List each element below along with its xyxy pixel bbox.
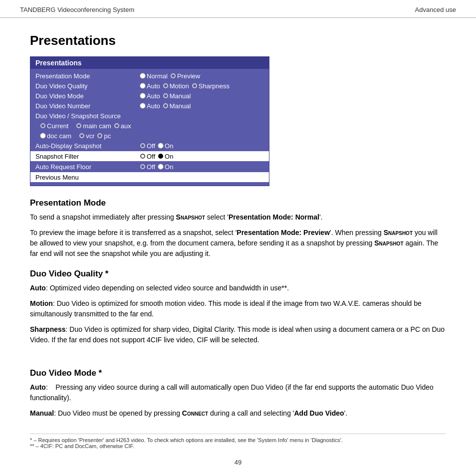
radio-dot-doc-cam (40, 133, 45, 138)
page-title: Presentations (30, 33, 446, 48)
menu-box: Presentations Presentation Mode Normal P… (30, 56, 269, 186)
menu-label-duo-mode: Duo Video Mode (35, 92, 140, 100)
menu-row-duo-mode[interactable]: Duo Video Mode Auto Manual (35, 91, 264, 101)
radio-label-motion: Motion (170, 82, 189, 90)
radio-label-on-auto-display: On (165, 142, 173, 150)
radio-motion[interactable]: Motion (163, 82, 189, 90)
radio-auto-number[interactable]: Auto (140, 102, 160, 110)
menu-row-auto-request-floor[interactable]: Auto Request Floor Off On (35, 162, 264, 172)
page-content: Presentations Presentations Presentation… (0, 18, 476, 464)
footnote-1: * – Requires option 'Presenter' and H263… (30, 437, 446, 443)
menu-label-auto-display: Auto-Display Snapshot (35, 142, 140, 150)
radio-label-vcr: vcr (86, 132, 94, 140)
radio-label-on-snapshot-filter: On (165, 153, 173, 160)
section-body-duo-quality-motion: Motion: Duo Video is optimized for smoot… (30, 298, 446, 319)
radio-dot-on-auto-display (158, 143, 163, 148)
radio-sharpness[interactable]: Sharpness (192, 82, 230, 90)
radio-label-off-auto-display: Off (147, 142, 155, 150)
radio-dot-preview (171, 73, 176, 78)
radio-dot-off-snapshot-filter (140, 154, 145, 159)
radio-pc[interactable]: pc (97, 132, 111, 140)
radio-dot-sharpness (192, 83, 197, 88)
radio-dot-on-request-floor (158, 164, 163, 169)
menu-row-presentation-mode[interactable]: Presentation Mode Normal Preview (35, 71, 264, 81)
radio-on-request-floor[interactable]: On (158, 163, 173, 171)
page-number: 49 (235, 459, 241, 466)
radio-aux[interactable]: aux (114, 122, 131, 130)
menu-row-snapshot-source-1[interactable]: Current main cam aux (35, 121, 264, 131)
radio-label-off-snapshot-filter: Off (147, 153, 155, 160)
radio-label-off-request-floor: Off (147, 163, 155, 171)
section-body-presentation-mode-1: To send a snapshot immediately after pre… (30, 212, 446, 223)
section-heading-presentation-mode: Presentation Mode (30, 198, 446, 208)
menu-row-snapshot-source-label: Duo Video / Snapshot Source (35, 111, 264, 121)
menu-row-duo-number[interactable]: Duo Video Number Auto Manual (35, 101, 264, 111)
radio-dot-manual-mode (163, 93, 168, 98)
radio-label-main-cam: main cam (83, 122, 111, 130)
section-body-duo-quality-sharpness: Sharpness: Duo Video is optimized for sh… (30, 324, 446, 345)
radio-dot-aux (114, 123, 119, 128)
menu-row-previous-menu[interactable]: Previous Menu (30, 172, 269, 182)
radio-auto-mode[interactable]: Auto (140, 92, 160, 100)
radio-normal[interactable]: Normal (140, 72, 168, 80)
radio-main-cam[interactable]: main cam (76, 122, 111, 130)
section-heading-duo-video-quality: Duo Video Quality * (30, 269, 446, 279)
radio-current[interactable]: Current (40, 122, 68, 130)
radio-dot-manual-number (163, 103, 168, 108)
radio-manual-mode[interactable]: Manual (163, 92, 191, 100)
radio-dot-off-auto-display (140, 143, 145, 148)
radio-dot-auto-quality (140, 83, 145, 88)
radio-label-normal: Normal (147, 72, 168, 80)
menu-row-snapshot-source-2[interactable]: doc cam vcr pc (35, 131, 264, 141)
radio-off-snapshot-filter[interactable]: Off (140, 153, 155, 160)
radio-dot-auto-number (140, 103, 145, 108)
radio-label-auto-quality: Auto (147, 82, 160, 90)
radio-dot-pc (97, 133, 102, 138)
menu-label-snapshot-source: Duo Video / Snapshot Source (35, 112, 121, 120)
radio-label-aux: aux (121, 122, 131, 130)
radio-vcr[interactable]: vcr (79, 132, 94, 140)
menu-row-duo-quality[interactable]: Duo Video Quality Auto Motion Sharpness (35, 81, 264, 91)
menu-label-duo-quality: Duo Video Quality (35, 82, 140, 90)
menu-label-snapshot-filter: Snapshot Filter (35, 153, 140, 160)
radio-dot-auto-mode (140, 93, 145, 98)
radio-dot-main-cam (76, 123, 81, 128)
radio-preview[interactable]: Preview (171, 72, 200, 80)
menu-row-snapshot-filter[interactable]: Snapshot Filter Off On (30, 151, 269, 161)
menu-label-duo-number: Duo Video Number (35, 102, 140, 110)
radio-on-snapshot-filter[interactable]: On (158, 153, 173, 160)
page-footer: 49 (0, 454, 476, 471)
page-wrapper: TANDBERG Videoconferencing System Advanc… (0, 0, 476, 476)
radio-label-sharpness: Sharpness (199, 82, 230, 90)
radio-off-auto-display[interactable]: Off (140, 142, 155, 150)
header-left: TANDBERG Videoconferencing System (20, 6, 134, 13)
radio-label-current: Current (47, 122, 68, 130)
radio-manual-number[interactable]: Manual (163, 102, 191, 110)
radio-dot-normal (140, 73, 145, 78)
section-body-duo-quality-auto: Auto: Optimized video depending on selec… (30, 283, 446, 293)
radio-label-on-request-floor: On (165, 163, 173, 171)
section-body-duo-mode-manual: Manual: Duo Video must be opened by pres… (30, 408, 446, 419)
header-right: Advanced use (415, 6, 456, 13)
menu-label-presentation-mode: Presentation Mode (35, 72, 140, 80)
radio-on-auto-display[interactable]: On (158, 142, 173, 150)
menu-body: Presentation Mode Normal Preview Duo Vid… (30, 69, 269, 186)
radio-label-manual-number: Manual (170, 102, 191, 110)
radio-doc-cam[interactable]: doc cam (40, 132, 71, 140)
radio-label-auto-mode: Auto (147, 92, 160, 100)
menu-title: Presentations (30, 57, 269, 69)
menu-label-previous-menu: Previous Menu (35, 174, 79, 181)
radio-off-request-floor[interactable]: Off (140, 163, 155, 171)
footnote-2: ** – 4CIF: PC and DocCam, otherwise CIF. (30, 443, 446, 449)
section-heading-duo-video-mode: Duo Video Mode * (30, 368, 446, 378)
menu-label-auto-request-floor: Auto Request Floor (35, 163, 140, 171)
radio-dot-vcr (79, 133, 84, 138)
radio-auto-quality[interactable]: Auto (140, 82, 160, 90)
radio-dot-on-snapshot-filter (158, 154, 163, 159)
radio-label-preview: Preview (177, 72, 200, 80)
menu-row-auto-display[interactable]: Auto-Display Snapshot Off On (35, 141, 264, 151)
radio-label-doc-cam: doc cam (47, 132, 71, 140)
radio-label-pc: pc (104, 132, 111, 140)
radio-dot-motion (163, 83, 168, 88)
section-body-duo-mode-auto: Auto: Pressing any video source during a… (30, 382, 446, 403)
